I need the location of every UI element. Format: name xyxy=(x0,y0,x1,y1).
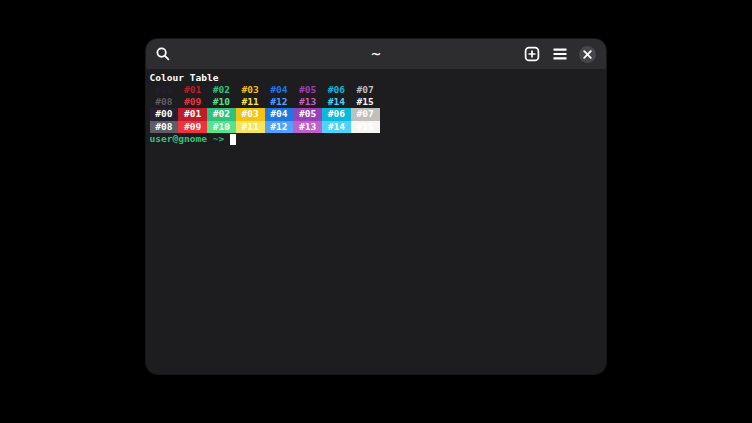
terminal-output-heading: Colour Table xyxy=(150,72,604,84)
bg-color-row: #00#01#02#03#04#05#06#07 xyxy=(150,108,604,120)
terminal-screen[interactable]: Colour Table #00#01#02#03#04#05#06#07 #0… xyxy=(146,69,606,375)
bg-color-swatch: #15 xyxy=(351,121,380,133)
bg-color-swatch: #11 xyxy=(236,121,265,133)
fg-color-label: #06 xyxy=(322,84,351,96)
bg-color-swatch: #13 xyxy=(293,121,322,133)
terminal-window: ~ xyxy=(145,38,607,375)
bg-color-swatch: #02 xyxy=(207,108,236,120)
bg-color-swatch: #03 xyxy=(236,108,265,120)
fg-color-label: #08 xyxy=(150,96,179,108)
fg-color-label: #10 xyxy=(207,96,236,108)
new-tab-button[interactable] xyxy=(523,45,541,63)
fg-color-label: #14 xyxy=(322,96,351,108)
menu-button[interactable] xyxy=(551,45,569,63)
fg-color-label: #12 xyxy=(265,96,294,108)
bg-color-swatch: #05 xyxy=(293,108,322,120)
bg-color-swatch: #01 xyxy=(178,108,207,120)
fg-color-row: #00#01#02#03#04#05#06#07 xyxy=(150,84,604,96)
fg-color-label: #04 xyxy=(265,84,294,96)
fg-color-label: #01 xyxy=(178,84,207,96)
search-button[interactable] xyxy=(154,45,172,63)
terminal-cursor xyxy=(230,134,236,145)
fg-color-row: #08#09#10#11#12#13#14#15 xyxy=(150,96,604,108)
header-bar: ~ xyxy=(146,39,606,69)
bg-color-swatch: #07 xyxy=(351,108,380,120)
bg-color-swatch: #10 xyxy=(207,121,236,133)
bg-color-swatch: #09 xyxy=(178,121,207,133)
fg-color-label: #11 xyxy=(236,96,265,108)
hamburger-menu-icon xyxy=(552,46,568,62)
bg-color-swatch: #14 xyxy=(322,121,351,133)
desktop: ~ xyxy=(0,0,752,423)
close-button[interactable] xyxy=(579,46,596,63)
bg-color-swatch: #04 xyxy=(265,108,294,120)
fg-color-label: #02 xyxy=(207,84,236,96)
fg-color-label: #07 xyxy=(351,84,380,96)
close-icon xyxy=(583,50,592,59)
fg-color-label: #00 xyxy=(150,84,179,96)
fg-color-label: #15 xyxy=(351,96,380,108)
bg-color-swatch: #08 xyxy=(150,121,179,133)
prompt-line: user@gnome ~> xyxy=(150,133,604,145)
fg-color-label: #09 xyxy=(178,96,207,108)
header-controls xyxy=(523,45,596,63)
prompt-user-host: user@gnome xyxy=(150,133,207,144)
bg-color-swatch: #00 xyxy=(150,108,179,120)
bg-color-swatch: #12 xyxy=(265,121,294,133)
fg-color-label: #05 xyxy=(293,84,322,96)
fg-color-label: #13 xyxy=(293,96,322,108)
fg-color-label: #03 xyxy=(236,84,265,96)
new-tab-icon xyxy=(524,46,540,62)
bg-color-row: #08#09#10#11#12#13#14#15 xyxy=(150,121,604,133)
search-icon xyxy=(155,46,171,62)
bg-color-swatch: #06 xyxy=(322,108,351,120)
